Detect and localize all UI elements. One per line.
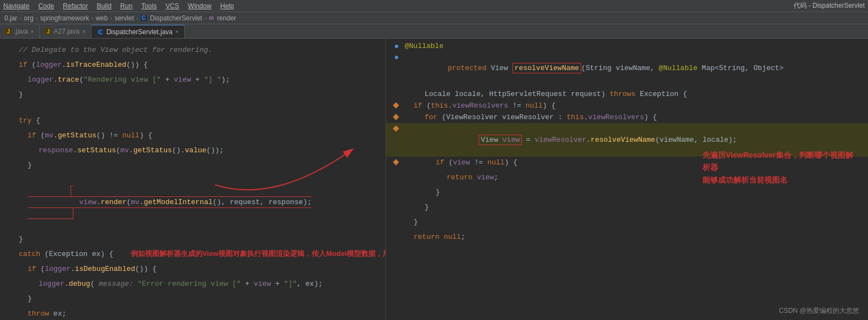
tab-dispatcher-close[interactable]: × <box>175 29 179 35</box>
menu-help[interactable]: Help <box>221 2 234 10</box>
code-line: if (mv.getStatus() != null) { <box>0 126 385 141</box>
gutter-breakpoint[interactable] <box>395 56 398 59</box>
tab-dispatcher-label: DispatcherServlet.java <box>106 28 173 36</box>
menu-vcs[interactable]: VCS <box>165 2 179 10</box>
code-content: if (mv.getStatus() != null) { <box>17 130 385 141</box>
line-gutter <box>386 100 403 111</box>
line-gutter <box>386 52 403 63</box>
code-content: logger.trace("Rendering view [" + view +… <box>17 74 385 86</box>
menu-run[interactable]: Run <box>120 2 132 10</box>
code-line: response.setStatus(mv.getStatus().value(… <box>0 141 385 156</box>
code-line: @Nullable <box>386 41 868 52</box>
code-content: return null; <box>403 232 868 243</box>
menu-code[interactable]: Code <box>38 2 54 10</box>
breadcrumb-servlet[interactable]: servlet <box>114 14 133 22</box>
annotation-line1: 先遍历ViewResolver集合，判断哪个视图解析器 <box>703 151 853 172</box>
code-line: logger.trace("Rendering view [" + view +… <box>0 71 385 86</box>
breadcrumb-web[interactable]: web <box>95 14 108 22</box>
code-line: } <box>386 198 868 213</box>
right-pane: @Nullable protected View resolveViewName… <box>386 39 868 320</box>
gutter-diamond <box>393 159 399 165</box>
menu-build[interactable]: Build <box>97 2 111 10</box>
gutter-diamond <box>393 125 399 131</box>
breadcrumb-method[interactable]: render <box>217 14 237 22</box>
throw-line: throw ex; <box>0 305 385 319</box>
left-pane: // Delegate to the View object for rende… <box>0 39 386 320</box>
gutter-diamond <box>393 114 399 120</box>
line-gutter <box>386 111 403 122</box>
line-gutter <box>386 213 403 224</box>
tab-a27-icon: J <box>45 28 51 35</box>
method-type-icon: m <box>209 15 214 21</box>
code-content: // Delegate to the View object for rende… <box>17 45 385 56</box>
line-gutter <box>0 290 17 301</box>
tab-a27[interactable]: J A27.java × <box>40 25 92 38</box>
line-gutter <box>0 86 17 97</box>
code-content: Locale locale, HttpServletRequest reques… <box>403 89 868 100</box>
code-line: try { <box>0 111 385 126</box>
code-content: } <box>17 89 385 100</box>
line-gutter <box>0 41 17 52</box>
line-gutter <box>0 171 17 182</box>
line-gutter <box>0 260 17 271</box>
right-annotation: 先遍历ViewResolver集合，判断哪个视图解析器 能够成功解析当前视图名 <box>703 149 857 186</box>
view-render-code: view.render(mv.getModelInternal(), reque… <box>17 175 385 230</box>
breadcrumb: 0.jar › org › springframework › web › se… <box>0 12 868 24</box>
line-gutter <box>0 111 17 122</box>
code-content: } <box>403 187 868 198</box>
code-line: if (logger.isTraceEnabled()) { <box>0 56 385 71</box>
code-content: catch (Exception ex) { 例如视图解析器生成的View视图对… <box>17 248 386 260</box>
tab-java-close[interactable]: × <box>30 29 34 35</box>
code-line: } <box>0 156 385 171</box>
right-code-editor: @Nullable protected View resolveViewName… <box>386 39 868 245</box>
code-content: } <box>17 160 385 171</box>
tab-a27-close[interactable]: × <box>82 29 85 35</box>
code-line: } <box>0 290 385 305</box>
tab-dispatcher-icon: C <box>97 29 104 35</box>
code-line: return null; <box>386 228 868 243</box>
breadcrumb-class[interactable]: DispatcherServlet <box>150 14 202 22</box>
line-gutter <box>386 198 403 209</box>
code-line: logger.debug( message: "Error rendering … <box>0 275 385 290</box>
line-gutter <box>0 71 17 82</box>
tab-java[interactable]: J .java × <box>0 25 40 38</box>
gutter-breakpoint[interactable] <box>395 45 398 48</box>
line-gutter <box>386 183 403 194</box>
tab-java-label: .java <box>14 28 28 35</box>
breadcrumb-org[interactable]: org <box>24 14 33 22</box>
breadcrumb-jar[interactable]: 0.jar <box>4 14 17 22</box>
code-content: } <box>17 294 385 305</box>
line-gutter <box>0 100 17 111</box>
code-content: logger.debug( message: "Error rendering … <box>17 279 385 290</box>
throw-code: throw ex; <box>17 308 385 319</box>
code-content: } <box>403 202 868 213</box>
line-gutter <box>0 141 17 152</box>
code-line: Locale locale, HttpServletRequest reques… <box>386 85 868 100</box>
line-gutter <box>0 126 17 137</box>
code-content: } <box>17 234 385 245</box>
line-gutter <box>0 305 17 316</box>
menu-refactor[interactable]: Refactor <box>63 2 88 10</box>
code-content: response.setStatus(mv.getStatus().value(… <box>17 145 385 156</box>
tab-dispatcher[interactable]: C DispatcherServlet.java × <box>92 25 185 38</box>
menu-window[interactable]: Window <box>188 2 212 10</box>
breadcrumb-springframework[interactable]: springframework <box>40 14 89 22</box>
code-content: try { <box>17 115 385 126</box>
line-gutter <box>386 228 403 239</box>
line-gutter <box>0 275 17 286</box>
gutter-diamond <box>393 102 399 108</box>
line-gutter <box>386 157 403 168</box>
menu-tools[interactable]: Tools <box>141 2 157 10</box>
line-gutter <box>0 156 17 167</box>
line-gutter <box>0 230 17 241</box>
tab-a27-label: A27.java <box>53 28 79 35</box>
code-line: } <box>386 213 868 228</box>
line-gutter <box>0 245 17 256</box>
code-content: if (logger.isDebugEnabled()) { <box>17 264 385 275</box>
code-line: if (logger.isDebugEnabled()) { <box>0 260 385 275</box>
menu-bar: Navigate Code Refactor Build Run Tools V… <box>0 0 868 12</box>
view-render-line: view.render(mv.getModelInternal(), reque… <box>0 171 385 230</box>
menu-navigate[interactable]: Navigate <box>3 2 29 10</box>
code-content: } <box>403 217 868 228</box>
code-content: for (ViewResolver viewResolver : this.vi… <box>403 112 868 123</box>
